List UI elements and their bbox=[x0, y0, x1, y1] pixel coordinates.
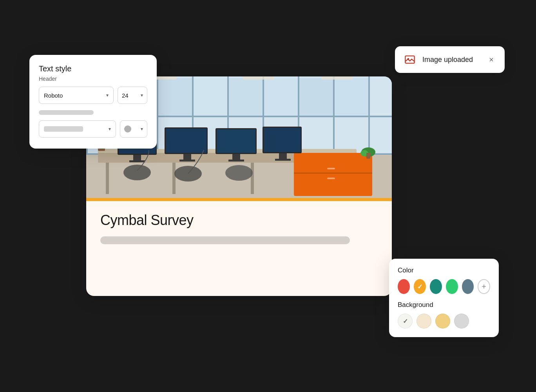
svg-point-52 bbox=[225, 165, 253, 181]
background-section-title: Background bbox=[398, 301, 490, 309]
svg-rect-58 bbox=[405, 56, 414, 64]
svg-rect-25 bbox=[251, 163, 254, 194]
svg-rect-47 bbox=[264, 128, 301, 152]
svg-rect-20 bbox=[335, 78, 368, 116]
svg-point-50 bbox=[123, 165, 151, 180]
color-option-green[interactable] bbox=[446, 279, 458, 294]
color-chevron-icon: ▾ bbox=[109, 126, 111, 132]
color-option-teal[interactable] bbox=[430, 279, 442, 294]
survey-content: Cymbal Survey bbox=[86, 201, 392, 255]
color-panel: Color + Background bbox=[389, 259, 499, 337]
toast-close-button[interactable]: × bbox=[486, 54, 497, 65]
color-option-orange[interactable] bbox=[414, 279, 426, 294]
svg-rect-28 bbox=[294, 172, 372, 174]
image-upload-icon bbox=[403, 53, 417, 67]
bg-option-white[interactable] bbox=[398, 314, 413, 328]
text-style-panel: Text style Header Roboto ▾ 24 ▾ ▾ ▾ bbox=[29, 55, 157, 149]
svg-rect-29 bbox=[327, 168, 335, 169]
color-section-title: Color bbox=[398, 267, 490, 274]
svg-rect-24 bbox=[172, 163, 176, 194]
panel-label: Header bbox=[39, 76, 147, 82]
panel-title: Text style bbox=[39, 64, 147, 73]
survey-input-placeholder bbox=[100, 236, 350, 244]
svg-rect-36 bbox=[133, 155, 141, 161]
font-family-dropdown[interactable]: Roboto ▾ bbox=[39, 87, 114, 104]
svg-rect-49 bbox=[275, 159, 291, 161]
svg-rect-37 bbox=[129, 160, 145, 162]
bg-option-yellow[interactable] bbox=[435, 314, 450, 328]
font-size-chevron-icon: ▾ bbox=[141, 93, 143, 98]
color-style-dropdown[interactable]: ▾ bbox=[39, 120, 116, 138]
survey-title: Cymbal Survey bbox=[100, 212, 378, 229]
svg-rect-30 bbox=[327, 178, 335, 179]
svg-rect-33 bbox=[366, 153, 370, 159]
font-size-dropdown[interactable]: 24 ▾ bbox=[118, 87, 147, 104]
svg-rect-27 bbox=[294, 153, 372, 196]
color-add-button[interactable]: + bbox=[478, 279, 490, 294]
svg-rect-48 bbox=[279, 153, 287, 159]
dot-chevron-icon: ▾ bbox=[141, 126, 143, 132]
font-family-value: Roboto bbox=[44, 92, 63, 99]
svg-rect-44 bbox=[232, 154, 240, 160]
svg-rect-39 bbox=[166, 129, 206, 153]
toast-message: Image uploaded bbox=[422, 56, 480, 64]
background-circles-row bbox=[398, 314, 490, 328]
svg-rect-19 bbox=[299, 78, 333, 116]
svg-rect-57 bbox=[321, 76, 353, 80]
svg-rect-16 bbox=[194, 78, 227, 116]
svg-rect-56 bbox=[243, 76, 274, 80]
color-option-red[interactable] bbox=[398, 279, 410, 294]
svg-rect-17 bbox=[229, 78, 263, 116]
svg-rect-43 bbox=[217, 129, 255, 153]
svg-rect-40 bbox=[183, 154, 191, 160]
accent-bar bbox=[86, 198, 392, 201]
notification-toast: Image uploaded × bbox=[395, 46, 505, 73]
svg-rect-15 bbox=[158, 78, 192, 116]
svg-rect-23 bbox=[106, 163, 109, 194]
dot-style-dropdown[interactable]: ▾ bbox=[120, 120, 147, 138]
second-controls-row: ▾ ▾ bbox=[39, 120, 147, 138]
color-circles-row: + bbox=[398, 279, 490, 294]
svg-rect-45 bbox=[228, 160, 244, 162]
svg-rect-41 bbox=[179, 160, 195, 162]
font-family-chevron-icon: ▾ bbox=[106, 93, 109, 98]
scene: Cymbal Survey Text style Header Roboto ▾… bbox=[0, 0, 536, 392]
dot-swatch bbox=[124, 125, 131, 132]
color-swatch bbox=[44, 126, 83, 132]
style-placeholder-bar bbox=[39, 110, 94, 115]
font-controls-row: Roboto ▾ 24 ▾ bbox=[39, 87, 147, 104]
bg-option-peach[interactable] bbox=[416, 314, 431, 328]
font-size-value: 24 bbox=[122, 92, 129, 99]
svg-rect-18 bbox=[264, 78, 298, 116]
color-option-slate[interactable] bbox=[462, 279, 474, 294]
bg-option-gray[interactable] bbox=[454, 314, 469, 328]
